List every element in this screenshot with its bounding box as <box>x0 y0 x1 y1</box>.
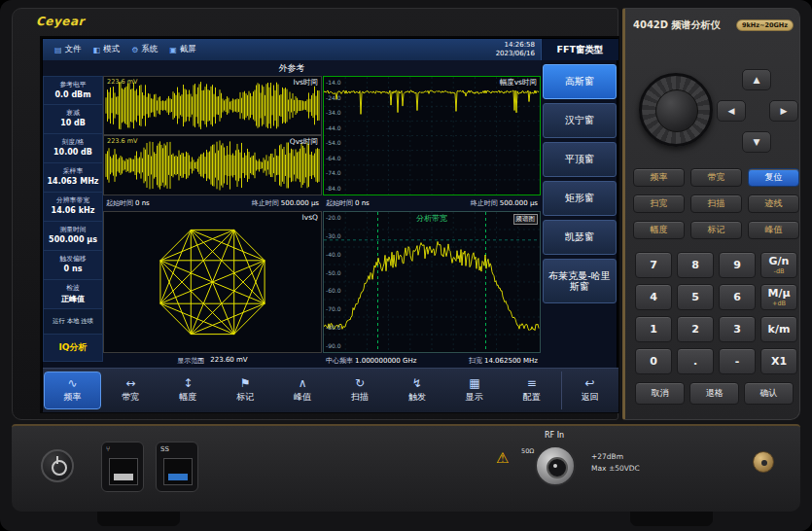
graph-spectrum[interactable]: 分析带宽 频谱图 -20.0 -30.0 -40.0 -50.0 -60.0 -… <box>323 211 541 353</box>
usb-ports: ⑂ SS <box>101 436 206 496</box>
key-6[interactable]: 6 <box>719 284 756 310</box>
key-unit-ghz[interactable]: G/n-dB <box>760 252 797 278</box>
sidebar-item-sample-rate[interactable]: 采样率 14.063 MHz <box>43 163 103 193</box>
fkey-bandwidth[interactable]: 带宽 <box>690 168 742 187</box>
fft-window-header: FFT窗类型 <box>541 39 618 60</box>
key-unit-mhz[interactable]: M/μ+dB <box>760 284 797 310</box>
sidebar-item-attenuation[interactable]: 衰减 10 dB <box>43 105 103 134</box>
key-decimal[interactable]: . <box>677 348 714 374</box>
hardware-panel: 4042D 频谱分析仪 9kHz~20GHz ▲ ◀ ▶ ▼ 频率 带宽 复位 … <box>622 8 800 420</box>
toolbar-item-display[interactable]: ▦ 显示 <box>446 372 502 409</box>
key-5[interactable]: 5 <box>677 284 714 310</box>
page-title: 外参考 <box>43 60 541 76</box>
key-8[interactable]: 8 <box>677 252 714 278</box>
key-confirm[interactable]: 确认 <box>744 382 794 405</box>
menu-item-file[interactable]: ▤ 文件 <box>54 44 82 55</box>
iq-analysis-mode[interactable]: IQ分析 <box>43 335 103 362</box>
toolbar-item-marker[interactable]: ⚑ 标记 <box>218 372 273 409</box>
toolbar-item-peak[interactable]: ∧ 峰值 <box>275 372 331 409</box>
toolbar-item-amplitude[interactable]: ↕ 幅度 <box>160 372 216 409</box>
sidebar-item-meas-time[interactable]: 测量时间 500.000 μs <box>43 222 103 251</box>
screen-bezel: Ceyear ▤ 文件 ◧ 模式 ⚙ 系统 ▣ 截屏 <box>12 8 618 420</box>
sidebar-item-scale-div[interactable]: 刻度/格 10.00 dB <box>43 134 103 163</box>
fkey-marker[interactable]: 标记 <box>690 221 742 239</box>
toolbar-item-config[interactable]: ≡ 配置 <box>504 372 559 409</box>
fkey-span[interactable]: 扫宽 <box>633 195 685 213</box>
fkey-trace[interactable]: 迹线 <box>748 195 799 213</box>
sidebar-item-ref-level[interactable]: 参考电平 0.0 dBm <box>43 76 103 105</box>
toolbar-item-back[interactable]: ↩ 返回 <box>561 372 618 409</box>
time: 14:26:58 <box>496 41 535 50</box>
sidebar-item-detector[interactable]: 检波 正峰值 <box>43 280 103 309</box>
fft-window-gaussian[interactable]: 高斯窗 <box>543 64 617 99</box>
fkey-peak[interactable]: 峰值 <box>748 221 799 239</box>
key-x1[interactable]: X1 <box>760 348 797 374</box>
fft-window-flattop[interactable]: 平顶窗 <box>543 142 617 177</box>
fft-window-rectangular[interactable]: 矩形窗 <box>543 181 617 216</box>
toolbar-item-frequency[interactable]: ∿ 频率 <box>44 372 101 409</box>
key-cancel[interactable]: 取消 <box>635 382 685 405</box>
freq-range-badge: 9kHz~20GHz <box>736 19 794 31</box>
clock: 14:26:58 2023/06/16 <box>496 41 541 58</box>
toolbar-item-sweep[interactable]: ↻ 扫描 <box>333 372 388 409</box>
marker-icon: ⚑ <box>240 377 251 390</box>
sidebar-item-trigger-offset[interactable]: 触发偏移 0 ns <box>43 251 103 280</box>
key-0[interactable]: 0 <box>635 348 672 374</box>
time-range-right: 起始时间0 ns 终止时间500.000 μs <box>323 198 541 208</box>
arrow-down-key[interactable]: ▼ <box>742 131 771 153</box>
warning-icon: ⚠ <box>496 449 509 467</box>
fkey-frequency[interactable]: 频率 <box>633 168 685 187</box>
key-4[interactable]: 4 <box>635 284 672 310</box>
q-title-label: Qvs时间 <box>290 137 318 147</box>
key-7[interactable]: 7 <box>635 252 672 278</box>
key-9[interactable]: 9 <box>719 252 756 278</box>
arrow-right-key[interactable]: ▶ <box>769 100 798 122</box>
menu-item-screenshot[interactable]: ▣ 截屏 <box>169 44 196 55</box>
graph-area: 223.6 mV Ivs时间 223.6 mV Qvs时间 幅度vs时间 -14… <box>103 76 541 368</box>
fkey-sweep[interactable]: 扫描 <box>690 195 742 213</box>
fkey-amplitude[interactable]: 幅度 <box>633 221 685 239</box>
key-minus[interactable]: - <box>719 348 756 374</box>
toolbar-item-bandwidth[interactable]: ↔ 带宽 <box>103 372 159 409</box>
key-1[interactable]: 1 <box>635 316 672 342</box>
config-icon: ≡ <box>527 377 537 390</box>
fkey-reset[interactable]: 复位 <box>748 168 799 187</box>
fft-window-kaiser[interactable]: 凯瑟窗 <box>543 220 617 255</box>
spectrum-tag: 频谱图 <box>513 214 539 225</box>
sweep-icon: ↻ <box>355 377 365 390</box>
mode-icon: ◧ <box>93 46 101 54</box>
instrument-body: Ceyear ▤ 文件 ◧ 模式 ⚙ 系统 ▣ 截屏 <box>0 0 812 531</box>
run-status: 运行 本地 连续 <box>43 309 103 335</box>
key-backspace[interactable]: 退格 <box>689 382 739 405</box>
sidebar-item-rbw[interactable]: 分辨率带宽 14.06 kHz <box>43 193 103 222</box>
graph-amplitude-vs-time[interactable]: 幅度vs时间 -14.0 -24.0 -34.0 -44.0 -54.0 -64… <box>323 76 541 195</box>
graph-q-vs-time[interactable]: 223.6 mV Qvs时间 <box>103 135 322 195</box>
menu-item-mode[interactable]: ◧ 模式 <box>93 44 121 55</box>
power-button[interactable] <box>41 449 74 482</box>
fft-window-hanning[interactable]: 汉宁窗 <box>543 103 617 138</box>
graph-i-vs-q[interactable]: IvsQ <box>103 211 322 353</box>
soft-toolbar: ∿ 频率 ↔ 带宽 ↕ 幅度 ⚑ 标记 ∧ 峰值 <box>43 368 618 412</box>
q-trace <box>104 136 321 195</box>
screen: ▤ 文件 ◧ 模式 ⚙ 系统 ▣ 截屏 14:26:58 <box>42 38 618 411</box>
usb-icon: ⑂ <box>106 445 110 453</box>
key-3[interactable]: 3 <box>719 316 756 342</box>
rotary-knob[interactable] <box>639 73 713 147</box>
rf-input-connector <box>535 445 576 486</box>
trigger-icon: ↯ <box>412 377 422 390</box>
display-icon: ▦ <box>469 377 479 390</box>
fft-window-menu: 高斯窗 汉宁窗 平顶窗 矩形窗 凯瑟窗 布莱克曼-哈里斯窗 <box>541 60 618 368</box>
key-2[interactable]: 2 <box>677 316 714 342</box>
numeric-keypad: 7 8 9 G/n-dB 4 5 6 M/μ+dB 1 2 3 k/m 0 . … <box>635 252 797 374</box>
menu-item-system[interactable]: ⚙ 系统 <box>131 44 158 55</box>
q-scale-label: 223.6 mV <box>107 137 137 145</box>
key-unit-khz[interactable]: k/m <box>760 316 797 342</box>
fft-window-blackman-harris[interactable]: 布莱克曼-哈里斯窗 <box>543 259 617 303</box>
graph-i-vs-time[interactable]: 223.6 mV Ivs时间 <box>103 76 322 135</box>
gear-icon: ⚙ <box>131 46 138 54</box>
toolbar-item-trigger[interactable]: ↯ 触发 <box>389 372 444 409</box>
display-range-row: 显示范围 223.60 mV <box>103 356 322 366</box>
arrow-left-key[interactable]: ◀ <box>717 100 746 122</box>
arrow-up-key[interactable]: ▲ <box>742 69 771 90</box>
impedance-label: 50Ω <box>521 447 534 455</box>
